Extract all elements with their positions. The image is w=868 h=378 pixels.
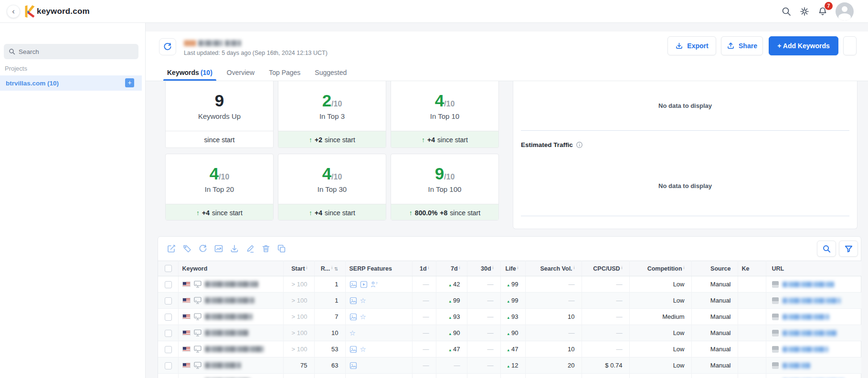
tab-suggested[interactable]: Suggested xyxy=(314,64,348,81)
col-header-serp[interactable]: SERP Features xyxy=(345,261,412,276)
back-button[interactable]: ‹ xyxy=(7,5,20,18)
col-header-cpc[interactable]: CPC/USDi xyxy=(582,261,629,276)
refresh-button[interactable] xyxy=(159,38,176,55)
col-header-keyword[interactable]: Keyword xyxy=(178,261,283,276)
delete-icon[interactable] xyxy=(261,244,271,253)
filter-icon xyxy=(844,244,853,253)
desktop-device-icon xyxy=(194,346,201,353)
us-flag-icon xyxy=(182,282,191,287)
pencil-icon[interactable] xyxy=(245,244,255,253)
keywords-table: Keyword Starti R...i⇅ SERP Features 1di … xyxy=(158,261,861,378)
serp-star-icon: ☆ xyxy=(360,346,366,353)
sidebar-search[interactable] xyxy=(4,44,138,59)
notification-badge: 7 xyxy=(825,2,833,10)
col-header-7d[interactable]: 7di xyxy=(436,261,467,276)
sidebar-item-project[interactable]: btrvillas.com (10) + xyxy=(0,75,142,91)
col-header-competition[interactable]: Competitioni xyxy=(629,261,691,276)
row-checkbox[interactable] xyxy=(165,346,172,353)
tab-keywords[interactable]: Keywords (10) xyxy=(166,64,213,81)
col-header-search-vol[interactable]: Search Vol.i xyxy=(525,261,582,276)
tab-overview[interactable]: Overview xyxy=(226,64,255,81)
redacted-block xyxy=(225,40,241,46)
axis-line xyxy=(521,216,849,216)
col-header-ke[interactable]: Ke xyxy=(738,261,766,276)
search-input[interactable] xyxy=(19,48,124,55)
row-checkbox[interactable] xyxy=(165,281,172,288)
url-link-redacted[interactable] xyxy=(783,282,834,287)
estimated-traffic-label: Estimated Traffic xyxy=(521,141,573,148)
sort-icon: ⇅ xyxy=(334,266,338,272)
add-keywords-button[interactable]: + Add Keywords xyxy=(769,36,838,55)
serp-star-icon: ☆ xyxy=(349,329,356,336)
project-title-redacted xyxy=(184,40,241,46)
tab-top-pages[interactable]: Top Pages xyxy=(268,64,301,81)
table-row[interactable]: > 100 7 ☆ — ▴93 — ▴93 10 — Medium Manual xyxy=(158,309,861,325)
trend-up-icon: ▴ xyxy=(508,364,510,368)
trend-up-icon: ▴ xyxy=(449,331,452,336)
redacted-block xyxy=(184,40,196,46)
favicon-placeholder xyxy=(772,330,779,336)
table-row[interactable]: > 100 1 ? — ▴42 — ▴99 — — Low Manual xyxy=(158,276,861,293)
logo-text: keyword.com xyxy=(37,7,90,16)
url-link-redacted[interactable] xyxy=(783,330,837,336)
filter-button[interactable] xyxy=(839,241,858,257)
search-icon[interactable] xyxy=(781,6,792,17)
download-icon xyxy=(675,42,683,50)
gear-icon[interactable] xyxy=(799,6,810,17)
edit-icon[interactable] xyxy=(167,244,176,253)
url-link-redacted[interactable] xyxy=(783,363,810,368)
projects-label: Projects xyxy=(5,65,27,72)
col-header-life[interactable]: Lifei xyxy=(500,261,525,276)
info-icon[interactable] xyxy=(576,141,583,148)
favicon-placeholder xyxy=(772,314,779,320)
keyword-text-redacted xyxy=(205,330,249,336)
more-options-button[interactable] xyxy=(843,36,857,55)
table-header-row: Keyword Starti R...i⇅ SERP Features 1di … xyxy=(158,261,861,276)
desktop-device-icon xyxy=(194,329,201,336)
keyword-text-redacted xyxy=(205,362,241,368)
top-bar: ‹ keyword.com 7 xyxy=(0,0,868,23)
table-row[interactable]: > 100 70 ☆ — ▾4 — ▴30 10 $ 4.62 Medium M… xyxy=(158,374,861,378)
tag-icon[interactable] xyxy=(182,244,192,253)
table-row[interactable]: 75 63 — — — ▴12 20 $ 0.74 Low Manual xyxy=(158,357,861,374)
col-header-url[interactable]: URL xyxy=(766,261,861,276)
row-checkbox[interactable] xyxy=(165,362,172,369)
col-header-source[interactable]: Source xyxy=(691,261,738,276)
col-header-1d[interactable]: 1di xyxy=(412,261,436,276)
app-logo[interactable]: keyword.com xyxy=(25,5,90,18)
serp-image-icon xyxy=(349,297,357,304)
download-icon[interactable] xyxy=(230,244,239,253)
trend-up-icon: ▴ xyxy=(508,299,510,304)
url-link-redacted[interactable] xyxy=(783,314,829,320)
copy-icon[interactable] xyxy=(277,244,286,253)
refresh-icon[interactable] xyxy=(198,244,208,253)
table-row[interactable]: > 100 53 ☆ — ▴47 — ▴47 10 — Low Manual xyxy=(158,341,861,357)
no-data-message: No data to display xyxy=(513,102,857,109)
row-checkbox[interactable] xyxy=(165,330,172,337)
row-checkbox[interactable] xyxy=(165,314,172,321)
col-header-start[interactable]: Starti xyxy=(283,261,314,276)
trend-up-icon: ▴ xyxy=(508,347,510,352)
share-button[interactable]: Share xyxy=(721,36,763,55)
trend-up-icon: ▴ xyxy=(508,331,510,336)
divider xyxy=(521,130,849,131)
select-all-checkbox[interactable] xyxy=(165,265,172,272)
add-keywords-label: + Add Keywords xyxy=(777,42,830,50)
refresh-icon xyxy=(163,42,172,52)
export-label: Export xyxy=(687,42,708,50)
table-row[interactable]: > 100 1 ☆ — ▴99 — ▴99 — — Low Manual xyxy=(158,293,861,309)
row-checkbox[interactable] xyxy=(165,297,172,304)
table-search-button[interactable] xyxy=(817,241,836,257)
trend-chart-icon[interactable] xyxy=(214,244,223,253)
trend-up-icon: ▴ xyxy=(449,347,452,352)
avatar[interactable] xyxy=(836,2,854,21)
info-icon: i xyxy=(459,265,460,270)
export-button[interactable]: Export xyxy=(667,36,716,55)
url-link-redacted[interactable] xyxy=(783,298,841,304)
col-header-rank[interactable]: R...i⇅ xyxy=(314,261,345,276)
table-row[interactable]: > 100 10 ☆ — ▴90 — ▴90 — — Low Manual xyxy=(158,325,861,341)
add-project-button[interactable]: + xyxy=(125,78,134,87)
col-header-30d[interactable]: 30di xyxy=(467,261,500,276)
favicon-placeholder xyxy=(772,297,779,304)
url-link-redacted[interactable] xyxy=(783,346,828,352)
